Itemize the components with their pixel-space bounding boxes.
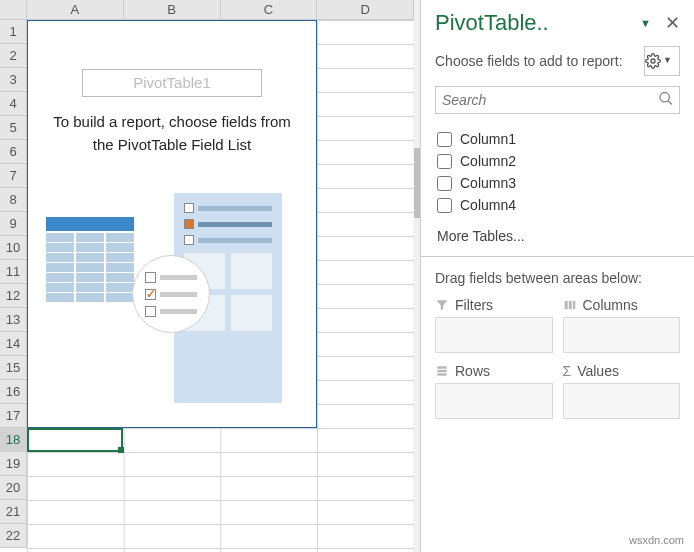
- svg-rect-6: [437, 367, 446, 369]
- row-header[interactable]: 17: [0, 404, 27, 428]
- pivottable-name-box: PivotTable1: [82, 69, 262, 97]
- field-item[interactable]: Column3: [435, 172, 680, 194]
- search-input[interactable]: [435, 86, 680, 114]
- rows-area[interactable]: Rows: [435, 363, 553, 419]
- pane-divider: [421, 256, 694, 257]
- fields-search[interactable]: [435, 86, 680, 114]
- select-all-corner[interactable]: [0, 0, 27, 20]
- pivottable-fields-pane: PivotTable.. ▼ ✕ Choose fields to add to…: [420, 0, 694, 552]
- field-label: Column3: [460, 175, 516, 191]
- row-header[interactable]: 10: [0, 236, 27, 260]
- sigma-icon: Σ: [563, 363, 572, 379]
- row-header[interactable]: 19: [0, 452, 27, 476]
- columns-dropzone[interactable]: [563, 317, 681, 353]
- field-checkbox[interactable]: [437, 132, 452, 147]
- fields-list: Column1Column2Column3Column4: [435, 124, 680, 220]
- close-icon[interactable]: ✕: [665, 12, 680, 34]
- row-headers: 12345678910111213141516171819202122: [0, 20, 27, 548]
- row-header[interactable]: 15: [0, 356, 27, 380]
- watermark: wsxdn.com: [629, 534, 684, 546]
- columns-label: Columns: [583, 297, 638, 313]
- scrollbar-thumb[interactable]: [414, 148, 420, 218]
- pivottable-illustration: [46, 217, 298, 417]
- filters-area[interactable]: Filters: [435, 297, 553, 353]
- illustration-table-icon: [46, 217, 134, 303]
- columns-icon: [563, 298, 577, 312]
- row-header[interactable]: 5: [0, 116, 27, 140]
- illustration-fieldlist-icon: [132, 255, 210, 333]
- svg-line-2: [668, 101, 672, 105]
- rows-label: Rows: [455, 363, 490, 379]
- row-header[interactable]: 14: [0, 332, 27, 356]
- values-area[interactable]: Σ Values: [563, 363, 681, 419]
- layout-areas: Filters Columns Rows Σ Values: [435, 297, 680, 552]
- values-label: Values: [577, 363, 619, 379]
- row-header[interactable]: 3: [0, 68, 27, 92]
- row-header[interactable]: 11: [0, 260, 27, 284]
- field-label: Column2: [460, 153, 516, 169]
- field-checkbox[interactable]: [437, 198, 452, 213]
- row-header[interactable]: 9: [0, 212, 27, 236]
- row-header[interactable]: 12: [0, 284, 27, 308]
- row-header[interactable]: 8: [0, 188, 27, 212]
- filter-icon: [435, 298, 449, 312]
- column-header[interactable]: B: [124, 0, 221, 20]
- pane-title: PivotTable..: [435, 10, 636, 36]
- row-header[interactable]: 20: [0, 476, 27, 500]
- field-label: Column1: [460, 131, 516, 147]
- column-headers: ABCD: [27, 0, 414, 20]
- spreadsheet-area: ABCD 12345678910111213141516171819202122…: [0, 0, 420, 552]
- more-tables-link[interactable]: More Tables...: [435, 220, 680, 256]
- tools-button[interactable]: ▼: [644, 46, 680, 76]
- column-header[interactable]: A: [27, 0, 124, 20]
- svg-rect-5: [572, 301, 574, 309]
- rows-dropzone[interactable]: [435, 383, 553, 419]
- row-header[interactable]: 4: [0, 92, 27, 116]
- row-header[interactable]: 1: [0, 20, 27, 44]
- pane-dropdown-icon[interactable]: ▼: [640, 17, 651, 29]
- vertical-scrollbar[interactable]: [414, 0, 420, 552]
- filters-dropzone[interactable]: [435, 317, 553, 353]
- svg-rect-8: [437, 374, 446, 376]
- field-item[interactable]: Column4: [435, 194, 680, 216]
- row-header[interactable]: 6: [0, 140, 27, 164]
- svg-rect-4: [568, 301, 571, 309]
- svg-point-1: [660, 93, 669, 102]
- filters-label: Filters: [455, 297, 493, 313]
- svg-rect-3: [564, 301, 567, 309]
- row-header[interactable]: 22: [0, 524, 27, 548]
- drag-fields-label: Drag fields between areas below:: [435, 269, 680, 287]
- field-label: Column4: [460, 197, 516, 213]
- svg-rect-7: [437, 370, 446, 372]
- field-checkbox[interactable]: [437, 154, 452, 169]
- cell-grid[interactable]: PivotTable1 To build a report, choose fi…: [27, 20, 414, 552]
- column-header[interactable]: C: [221, 0, 318, 20]
- field-checkbox[interactable]: [437, 176, 452, 191]
- pivottable-placeholder[interactable]: PivotTable1 To build a report, choose fi…: [27, 20, 317, 428]
- row-header[interactable]: 18: [0, 428, 27, 452]
- gear-icon: [645, 53, 661, 69]
- row-header[interactable]: 16: [0, 380, 27, 404]
- choose-fields-label: Choose fields to add to report:: [435, 52, 638, 70]
- chevron-down-icon: ▼: [663, 55, 679, 67]
- values-dropzone[interactable]: [563, 383, 681, 419]
- field-item[interactable]: Column1: [435, 128, 680, 150]
- pivottable-instructions: To build a report, choose fields from th…: [28, 111, 316, 156]
- svg-point-0: [651, 59, 655, 63]
- row-header[interactable]: 7: [0, 164, 27, 188]
- row-header[interactable]: 13: [0, 308, 27, 332]
- row-header[interactable]: 21: [0, 500, 27, 524]
- column-header[interactable]: D: [317, 0, 414, 20]
- row-header[interactable]: 2: [0, 44, 27, 68]
- columns-area[interactable]: Columns: [563, 297, 681, 353]
- field-item[interactable]: Column2: [435, 150, 680, 172]
- rows-icon: [435, 364, 449, 378]
- search-icon: [658, 91, 674, 110]
